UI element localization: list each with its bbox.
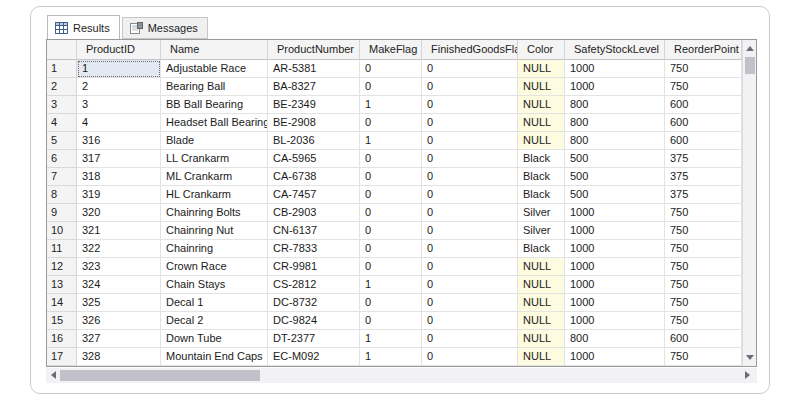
cell-finishedgoodsflag[interactable]: 0 xyxy=(422,114,518,132)
cell-name[interactable]: Decal 1 xyxy=(161,294,268,312)
cell-productid[interactable]: 4 xyxy=(77,114,161,132)
cell-safetystocklevel[interactable]: 1000 xyxy=(565,276,665,294)
cell-productid[interactable]: 322 xyxy=(77,240,161,258)
cell-productid[interactable]: 328 xyxy=(77,348,161,366)
row-number[interactable]: 6 xyxy=(47,150,77,168)
cell-productnumber[interactable]: BE-2349 xyxy=(268,96,360,114)
cell-reorderpoint[interactable]: 750 xyxy=(665,60,742,78)
row-number[interactable]: 4 xyxy=(47,114,77,132)
cell-productid[interactable]: 2 xyxy=(77,78,161,96)
cell-productid[interactable]: 316 xyxy=(77,132,161,150)
cell-finishedgoodsflag[interactable]: 0 xyxy=(422,312,518,330)
cell-productnumber[interactable]: BE-2908 xyxy=(268,114,360,132)
column-header-finishedgoodsflag[interactable]: FinishedGoodsFlag xyxy=(422,40,518,60)
cell-makeflag[interactable]: 0 xyxy=(360,240,422,258)
cell-makeflag[interactable]: 0 xyxy=(360,114,422,132)
cell-color[interactable]: NULL xyxy=(518,132,565,150)
cell-finishedgoodsflag[interactable]: 0 xyxy=(422,240,518,258)
cell-reorderpoint[interactable]: 600 xyxy=(665,132,742,150)
cell-reorderpoint[interactable]: 600 xyxy=(665,330,742,348)
cell-productnumber[interactable]: DC-8732 xyxy=(268,294,360,312)
cell-safetystocklevel[interactable]: 500 xyxy=(565,186,665,204)
cell-name[interactable]: Crown Race xyxy=(161,258,268,276)
cell-name[interactable]: Decal 2 xyxy=(161,312,268,330)
row-number[interactable]: 17 xyxy=(47,348,77,366)
cell-color[interactable]: Black xyxy=(518,150,565,168)
vertical-scrollbar[interactable] xyxy=(742,40,756,366)
cell-makeflag[interactable]: 0 xyxy=(360,60,422,78)
cell-productnumber[interactable]: CN-6137 xyxy=(268,222,360,240)
cell-productid[interactable]: 321 xyxy=(77,222,161,240)
cell-productid[interactable]: 326 xyxy=(77,312,161,330)
cell-productnumber[interactable]: EC-M092 xyxy=(268,348,360,366)
cell-productnumber[interactable]: BA-8327 xyxy=(268,78,360,96)
column-header-productid[interactable]: ProductID xyxy=(77,40,161,60)
cell-makeflag[interactable]: 0 xyxy=(360,204,422,222)
cell-name[interactable]: Down Tube xyxy=(161,330,268,348)
vertical-scroll-thumb[interactable] xyxy=(745,57,755,74)
cell-safetystocklevel[interactable]: 1000 xyxy=(565,312,665,330)
row-number[interactable]: 10 xyxy=(47,222,77,240)
cell-color[interactable]: NULL xyxy=(518,312,565,330)
cell-productid[interactable]: 318 xyxy=(77,168,161,186)
cell-reorderpoint[interactable]: 750 xyxy=(665,312,742,330)
cell-finishedgoodsflag[interactable]: 0 xyxy=(422,132,518,150)
cell-finishedgoodsflag[interactable]: 0 xyxy=(422,150,518,168)
cell-productnumber[interactable]: CS-2812 xyxy=(268,276,360,294)
cell-finishedgoodsflag[interactable]: 0 xyxy=(422,348,518,366)
cell-productnumber[interactable]: BL-2036 xyxy=(268,132,360,150)
horizontal-scrollbar[interactable] xyxy=(46,368,757,383)
row-number-header[interactable] xyxy=(47,40,77,60)
cell-color[interactable]: NULL xyxy=(518,114,565,132)
cell-makeflag[interactable]: 0 xyxy=(360,186,422,204)
cell-makeflag[interactable]: 1 xyxy=(360,96,422,114)
scroll-up-icon[interactable] xyxy=(746,46,754,51)
cell-productnumber[interactable]: CA-7457 xyxy=(268,186,360,204)
cell-name[interactable]: Mountain End Caps xyxy=(161,348,268,366)
column-header-safetystocklevel[interactable]: SafetyStockLevel xyxy=(565,40,665,60)
row-number[interactable]: 13 xyxy=(47,276,77,294)
cell-productnumber[interactable]: CA-6738 xyxy=(268,168,360,186)
cell-safetystocklevel[interactable]: 1000 xyxy=(565,240,665,258)
cell-makeflag[interactable]: 0 xyxy=(360,150,422,168)
cell-color[interactable]: NULL xyxy=(518,258,565,276)
tab-results[interactable]: Results xyxy=(47,15,120,39)
cell-color[interactable]: Silver xyxy=(518,204,565,222)
cell-productid[interactable]: 320 xyxy=(77,204,161,222)
cell-makeflag[interactable]: 0 xyxy=(360,78,422,96)
row-number[interactable]: 15 xyxy=(47,312,77,330)
cell-finishedgoodsflag[interactable]: 0 xyxy=(422,78,518,96)
cell-productnumber[interactable]: CA-5965 xyxy=(268,150,360,168)
row-number[interactable]: 16 xyxy=(47,330,77,348)
row-number[interactable]: 5 xyxy=(47,132,77,150)
cell-name[interactable]: LL Crankarm xyxy=(161,150,268,168)
cell-name[interactable]: Headset Ball Bearings xyxy=(161,114,268,132)
row-number[interactable]: 7 xyxy=(47,168,77,186)
cell-color[interactable]: NULL xyxy=(518,330,565,348)
cell-name[interactable]: Chainring xyxy=(161,240,268,258)
cell-productid[interactable]: 324 xyxy=(77,276,161,294)
cell-reorderpoint[interactable]: 750 xyxy=(665,240,742,258)
cell-name[interactable]: Blade xyxy=(161,132,268,150)
cell-productnumber[interactable]: DT-2377 xyxy=(268,330,360,348)
row-number[interactable]: 8 xyxy=(47,186,77,204)
cell-color[interactable]: NULL xyxy=(518,348,565,366)
cell-safetystocklevel[interactable]: 800 xyxy=(565,114,665,132)
row-number[interactable]: 3 xyxy=(47,96,77,114)
row-number[interactable]: 9 xyxy=(47,204,77,222)
cell-reorderpoint[interactable]: 750 xyxy=(665,258,742,276)
cell-color[interactable]: NULL xyxy=(518,78,565,96)
cell-finishedgoodsflag[interactable]: 0 xyxy=(422,330,518,348)
cell-productid[interactable]: 1 xyxy=(77,60,161,78)
cell-safetystocklevel[interactable]: 1000 xyxy=(565,258,665,276)
row-number[interactable]: 1 xyxy=(47,60,77,78)
row-number[interactable]: 11 xyxy=(47,240,77,258)
cell-productid[interactable]: 3 xyxy=(77,96,161,114)
row-number[interactable]: 14 xyxy=(47,294,77,312)
cell-productid[interactable]: 317 xyxy=(77,150,161,168)
cell-color[interactable]: Black xyxy=(518,168,565,186)
cell-productnumber[interactable]: DC-9824 xyxy=(268,312,360,330)
cell-productnumber[interactable]: CR-9981 xyxy=(268,258,360,276)
cell-name[interactable]: Bearing Ball xyxy=(161,78,268,96)
cell-makeflag[interactable]: 0 xyxy=(360,168,422,186)
